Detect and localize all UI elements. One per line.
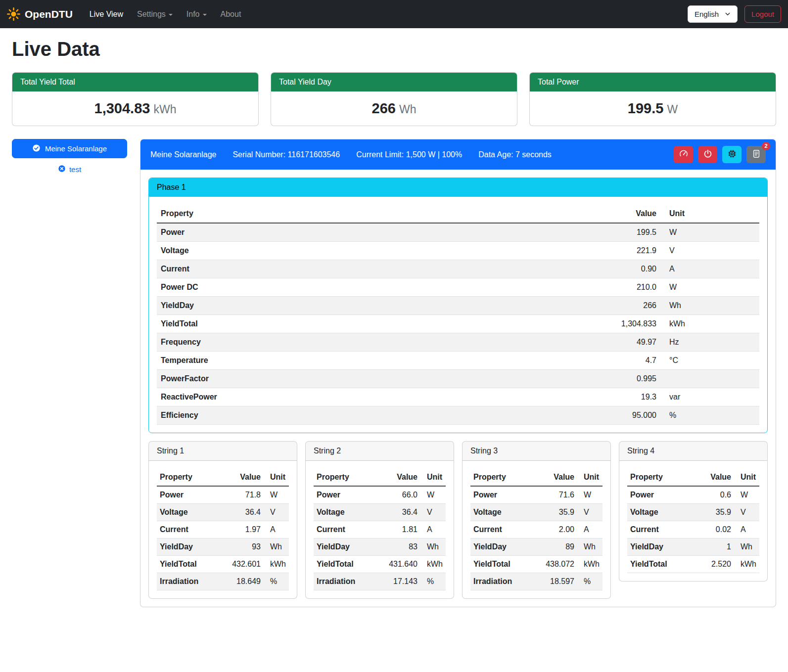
phase-title: Phase 1 [149, 178, 767, 197]
property-cell: PowerFactor [157, 370, 596, 388]
value-cell: 49.97 [596, 333, 660, 352]
value-cell: 431.640 [374, 556, 420, 573]
power-icon [703, 149, 712, 160]
summary-card-value: 266 [372, 100, 396, 116]
column-header-property: Property [157, 469, 217, 486]
value-cell: 19.3 [596, 388, 660, 406]
value-cell: 17.143 [374, 573, 420, 590]
phase-table: Property Value Unit Power199.5W Voltage2… [157, 205, 759, 425]
string-card-body: Property Value Unit Power66.0W Voltage36… [306, 461, 454, 598]
unit-cell: kWh [420, 556, 446, 573]
top-navbar: OpenDTU Live View Settings Info About En… [0, 0, 788, 28]
event-log-button[interactable]: 2 [746, 146, 766, 163]
unit-cell: A [734, 521, 759, 538]
table-header-row: Property Value Unit [157, 205, 759, 223]
property-cell: Irradiation [157, 573, 217, 590]
property-cell: Frequency [157, 333, 596, 352]
summary-card-unit: kWh [153, 103, 176, 116]
chevron-down-icon [725, 10, 731, 18]
column-header-value: Value [693, 469, 734, 486]
table-row: YieldDay266Wh [157, 297, 759, 315]
property-cell: Current [627, 521, 693, 538]
unit-cell: W [660, 278, 759, 297]
string-card-body: Property Value Unit Power71.6W Voltage35… [463, 461, 610, 598]
string-2-card: String 2 Property Value Unit [305, 441, 454, 599]
logout-button[interactable]: Logout [744, 5, 781, 23]
property-cell: YieldDay [157, 538, 217, 556]
inverter-select-button[interactable]: Meine Solaranlage [12, 139, 127, 158]
inverter-serial: Serial Number: 116171603546 [232, 150, 340, 159]
summary-card-value: 1,304.83 [94, 100, 150, 116]
unit-cell: V [264, 504, 289, 521]
inverter-select-label: Meine Solaranlage [45, 144, 107, 153]
brand[interactable]: OpenDTU [7, 7, 73, 21]
column-header-unit: Unit [734, 469, 759, 486]
property-cell: YieldTotal [157, 315, 596, 333]
summary-card-body: 1,304.83kWh [12, 91, 258, 126]
property-cell: YieldDay [470, 538, 531, 556]
value-cell: 0.6 [693, 486, 734, 504]
property-cell: YieldDay [627, 538, 693, 556]
nav-settings[interactable]: Settings [130, 6, 180, 23]
nav-info[interactable]: Info [180, 6, 214, 23]
unit-cell: % [577, 573, 603, 590]
limit-settings-button[interactable] [674, 146, 693, 163]
value-cell: 95.000 [596, 406, 660, 425]
table-header-row: Property Value Unit [470, 469, 603, 486]
summary-card-title: Total Yield Total [12, 73, 258, 91]
value-cell: 36.4 [217, 504, 264, 521]
unit-cell: Wh [577, 538, 603, 556]
unit-cell: W [734, 486, 759, 504]
table-row: Irradiation18.649% [157, 573, 289, 590]
table-row: Power DC210.0W [157, 278, 759, 297]
property-cell: Voltage [627, 504, 693, 521]
x-circle-icon[interactable] [58, 165, 66, 174]
table-row: Current2.00A [470, 521, 603, 538]
nav-settings-label: Settings [137, 10, 166, 18]
unit-cell: W [660, 223, 759, 242]
table-row: Efficiency95.000% [157, 406, 759, 425]
property-cell: Power [314, 486, 374, 504]
language-label: English [695, 10, 719, 18]
summary-card-title: Total Yield Day [271, 73, 517, 91]
nav-live-view[interactable]: Live View [83, 6, 130, 23]
nav-about[interactable]: About [214, 6, 248, 23]
table-row: Power66.0W [314, 486, 446, 504]
property-cell: YieldDay [157, 297, 596, 315]
nav-info-label: Info [186, 10, 200, 18]
filter-tag-test[interactable]: test [12, 165, 127, 174]
language-selector[interactable]: English [688, 5, 738, 23]
power-button[interactable] [698, 146, 717, 163]
property-cell: ReactivePower [157, 388, 596, 406]
table-row: YieldTotal438.072kWh [470, 556, 603, 573]
property-cell: Power [157, 486, 217, 504]
property-cell: Efficiency [157, 406, 596, 425]
string-title: String 4 [619, 442, 767, 461]
unit-cell: A [420, 521, 446, 538]
value-cell: 18.649 [217, 573, 264, 590]
unit-cell: Wh [264, 538, 289, 556]
value-cell: 2.520 [693, 556, 734, 573]
value-cell: 432.601 [217, 556, 264, 573]
column-header-unit: Unit [660, 205, 759, 223]
value-cell: 210.0 [596, 278, 660, 297]
chevron-down-icon [169, 14, 173, 16]
value-cell: 2.00 [531, 521, 577, 538]
unit-cell: V [420, 504, 446, 521]
unit-cell: Hz [660, 333, 759, 352]
table-row: Voltage35.9V [470, 504, 603, 521]
property-cell: Voltage [470, 504, 531, 521]
value-cell: 1,304.833 [596, 315, 660, 333]
value-cell: 1.97 [217, 521, 264, 538]
string-card-body: Property Value Unit Power0.6W Voltage35.… [619, 461, 767, 581]
inverter-card-body: Phase 1 Property Value Unit Power199.5W [140, 170, 776, 607]
table-row: ReactivePower19.3var [157, 388, 759, 406]
value-cell: 36.4 [374, 504, 420, 521]
device-info-button[interactable] [722, 146, 742, 163]
string-1-card: String 1 Property Value Unit [148, 441, 297, 599]
journal-text-icon [752, 149, 761, 160]
chevron-down-icon [203, 14, 207, 16]
string-4-card: String 4 Property Value Unit [619, 441, 768, 582]
value-cell: 4.7 [596, 352, 660, 370]
table-row: Current1.97A [157, 521, 289, 538]
